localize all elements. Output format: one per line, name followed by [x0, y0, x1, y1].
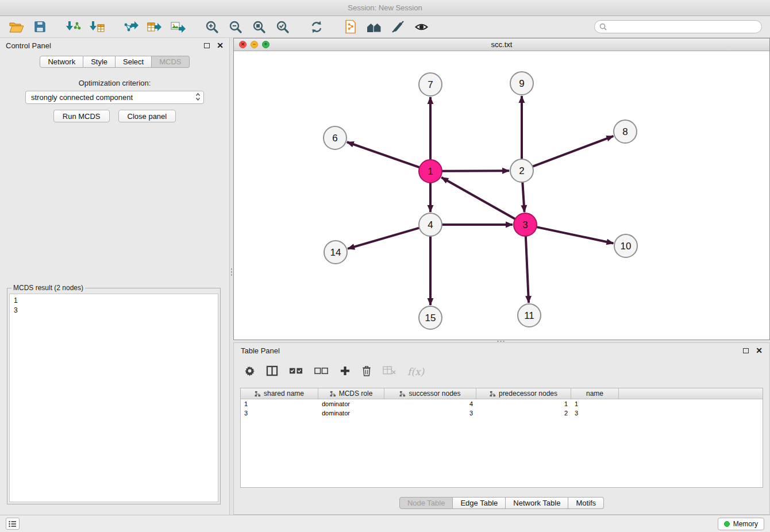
- column-header-predecessor-nodes[interactable]: predecessor nodes: [476, 388, 571, 399]
- memory-button[interactable]: Memory: [718, 518, 764, 530]
- graph-edge-4-14[interactable]: [348, 228, 419, 249]
- search-input[interactable]: [610, 23, 757, 31]
- zoom-fit-button[interactable]: [249, 18, 270, 36]
- graph-node-9[interactable]: 9: [510, 72, 533, 95]
- close-window-icon[interactable]: ✕: [239, 41, 247, 48]
- tab-edge-table[interactable]: Edge Table: [453, 497, 506, 509]
- close-panel-icon[interactable]: ✕: [217, 41, 224, 49]
- run-mcds-button[interactable]: Run MCDS: [53, 110, 110, 122]
- table-settings-button[interactable]: [244, 365, 255, 379]
- zoom-selected-button[interactable]: [272, 18, 293, 36]
- search-box[interactable]: [594, 20, 762, 33]
- graph-node-7[interactable]: 7: [419, 73, 442, 96]
- graph-node-label: 14: [330, 247, 341, 258]
- table-cell[interactable]: 3: [384, 408, 476, 418]
- tab-style[interactable]: Style: [83, 56, 116, 68]
- column-header-shared-name[interactable]: shared name: [241, 388, 318, 399]
- float-panel-icon[interactable]: [743, 348, 749, 353]
- network-graph-canvas[interactable]: 7968124314101511: [234, 51, 769, 340]
- column-label: predecessor nodes: [499, 390, 557, 398]
- task-history-button[interactable]: [6, 518, 20, 530]
- export-network-button[interactable]: [121, 18, 141, 36]
- tab-network[interactable]: Network: [40, 56, 83, 68]
- graph-node-3[interactable]: 3: [514, 213, 537, 236]
- annotation-mode-button[interactable]: [387, 18, 408, 36]
- first-neighbors-button[interactable]: [364, 18, 384, 36]
- open-session-button[interactable]: [6, 18, 26, 36]
- close-panel-button[interactable]: Close panel: [118, 110, 176, 122]
- graph-node-8[interactable]: 8: [614, 120, 637, 143]
- graph-node-11[interactable]: 11: [518, 304, 541, 327]
- delete-table-button[interactable]: [383, 365, 396, 378]
- column-label: shared name: [264, 390, 304, 398]
- optimization-criterion-dropdown[interactable]: strongly connected component: [25, 91, 204, 104]
- column-header-mcds-role[interactable]: MCDS role: [318, 388, 384, 399]
- export-table-icon: [147, 20, 162, 34]
- graph-edge-1-2[interactable]: [442, 171, 509, 171]
- export-table-button[interactable]: [144, 18, 165, 36]
- graph-node-14[interactable]: 14: [324, 241, 347, 264]
- create-column-button[interactable]: [340, 365, 351, 379]
- header-filler: [619, 388, 763, 399]
- network-window-titlebar[interactable]: ✕ − + scc.txt: [234, 38, 769, 51]
- visibility-button[interactable]: [411, 18, 432, 36]
- float-panel-icon[interactable]: [204, 43, 210, 48]
- graph-edge-3-11[interactable]: [526, 236, 529, 303]
- mcds-result-list[interactable]: 13: [9, 294, 218, 502]
- table-cell[interactable]: 3: [241, 408, 318, 418]
- export-image-button[interactable]: [168, 18, 188, 36]
- table-row[interactable]: 1dominator411: [241, 399, 763, 408]
- status-bar: Memory: [0, 515, 770, 532]
- graph-node-15[interactable]: 15: [419, 306, 442, 329]
- tab-mcds[interactable]: MCDS: [152, 56, 189, 68]
- tab-node-table[interactable]: Node Table: [399, 497, 453, 509]
- select-all-rows-button[interactable]: [289, 366, 303, 377]
- graph-node-6[interactable]: 6: [324, 126, 346, 149]
- graph-edge-3-1[interactable]: [441, 178, 515, 219]
- graph-edge-2-8[interactable]: [533, 136, 614, 167]
- table-cell[interactable]: 3: [571, 408, 619, 418]
- table-cell[interactable]: 1: [241, 399, 318, 408]
- zoom-in-button[interactable]: [202, 18, 222, 36]
- zoom-out-button[interactable]: [225, 18, 246, 36]
- table-panel-tabs: Node Table Edge Table Network Table Moti…: [234, 497, 769, 509]
- table-cell[interactable]: 1: [571, 399, 619, 408]
- graph-edge-2-3[interactable]: [522, 182, 524, 212]
- import-table-button[interactable]: [87, 18, 107, 36]
- table-cell[interactable]: 4: [384, 399, 476, 408]
- graph-node-10[interactable]: 10: [614, 234, 637, 257]
- table-cell[interactable]: dominator: [318, 399, 384, 408]
- apply-layout-button[interactable]: [306, 18, 327, 36]
- graph-node-4[interactable]: 4: [419, 213, 442, 236]
- minimize-window-icon[interactable]: −: [251, 41, 258, 48]
- tab-motifs[interactable]: Motifs: [568, 497, 604, 509]
- table-cell[interactable]: 1: [476, 399, 571, 408]
- table-cell[interactable]: 2: [476, 408, 571, 418]
- close-panel-icon[interactable]: ✕: [756, 346, 763, 354]
- deselect-all-rows-button[interactable]: [314, 366, 329, 377]
- tab-select[interactable]: Select: [116, 56, 152, 68]
- network-document-button[interactable]: [340, 18, 361, 36]
- graph-node-label: 9: [519, 78, 524, 89]
- save-session-button[interactable]: [29, 18, 50, 36]
- control-panel-header: Control Panel ✕: [0, 38, 229, 53]
- network-view-window: ✕ − + scc.txt 7968124314101511: [233, 38, 770, 340]
- graph-edge-1-6[interactable]: [347, 142, 419, 167]
- graph-node-2[interactable]: 2: [510, 159, 533, 182]
- tab-network-table[interactable]: Network Table: [506, 497, 568, 509]
- houses-icon: [367, 21, 382, 33]
- table-cell[interactable]: dominator: [318, 408, 384, 418]
- column-header-name[interactable]: name: [571, 388, 619, 399]
- function-builder-button[interactable]: f(x): [407, 366, 424, 377]
- splitter-grip[interactable]: [230, 268, 233, 276]
- graph-node-1[interactable]: 1: [419, 160, 442, 183]
- column-header-successor-nodes[interactable]: successor nodes: [384, 388, 476, 399]
- control-panel: Control Panel ✕ Network Style Select MCD…: [0, 38, 230, 515]
- mcds-result-title: MCDS result (2 nodes): [11, 284, 85, 292]
- graph-edge-3-10[interactable]: [537, 227, 614, 243]
- delete-column-button[interactable]: [361, 365, 372, 379]
- maximize-window-icon[interactable]: +: [262, 41, 270, 48]
- import-network-button[interactable]: [63, 18, 84, 36]
- show-columns-button[interactable]: [266, 365, 278, 379]
- table-row[interactable]: 3dominator323: [241, 408, 763, 418]
